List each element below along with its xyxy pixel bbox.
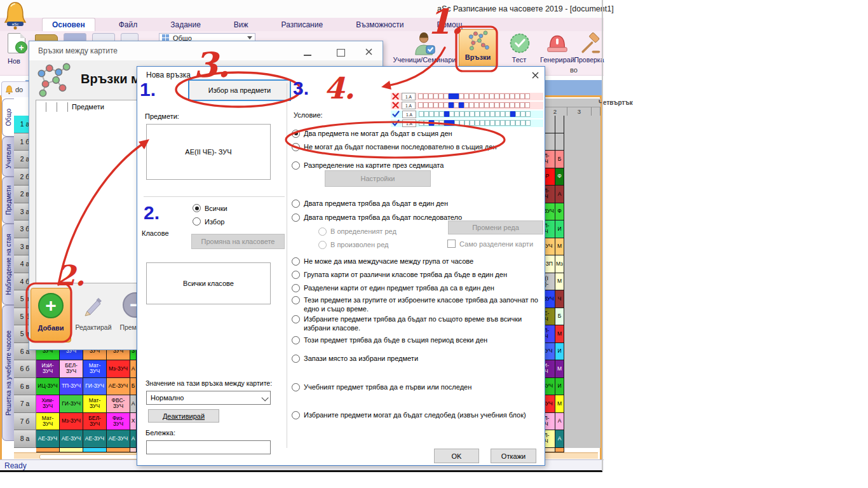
timetable-cell[interactable]: ИЦ-ЗУЧ xyxy=(36,378,60,396)
condition-option[interactable]: Тези предмети за групите от изброените к… xyxy=(292,295,541,314)
timetable-cell-partial[interactable] xyxy=(107,448,130,452)
ok-button[interactable]: OK xyxy=(434,449,479,463)
timetable-cell[interactable]: Мз xyxy=(555,255,564,273)
menu-item-Разписание[interactable]: Разписание xyxy=(272,18,333,31)
row-header[interactable]: 8 а xyxy=(14,430,36,448)
side-tab-Решетка на учебните часове[interactable]: Решетка на учебните часове xyxy=(2,305,14,441)
menu-item-Възможности[interactable]: Възможности xyxy=(346,18,413,31)
timetable-cell[interactable]: Хим-ЗУЧ xyxy=(36,395,60,413)
timetable-cell[interactable]: ГИ-ЗУЧ xyxy=(60,395,83,413)
select-subjects-button[interactable]: Избор на предмети xyxy=(188,79,291,101)
toolbar-links-button[interactable]: Връзки xyxy=(459,29,497,69)
timetable-cell[interactable]: ИзИ-ЗУЧ xyxy=(36,360,60,378)
timetable-cell[interactable]: АЕ-ЗУЧ xyxy=(36,430,60,448)
timetable-cell[interactable]: БЕЛ-ЗУЧ xyxy=(83,413,107,431)
timetable-cell[interactable]: М xyxy=(555,395,564,413)
side-tab-Общо[interactable]: Общо xyxy=(2,98,14,137)
timetable-cell[interactable]: Ф xyxy=(555,168,564,186)
settings-button[interactable]: Настройки xyxy=(325,170,431,187)
condition-option[interactable]: Учебният предмет трябва да е първи или п… xyxy=(292,383,541,391)
timetable-cell[interactable]: АЕ-ЗУЧ xyxy=(107,378,130,396)
toolbar-students-button[interactable] xyxy=(407,32,442,56)
generate-button-label[interactable]: Генерирай xyxy=(538,56,577,64)
condition-option[interactable]: Двата предмета трябва да бъдат в един де… xyxy=(292,199,541,208)
timetable-cell[interactable]: АЕ-ЗУЧ xyxy=(83,430,107,448)
timetable-cell[interactable]: Б xyxy=(555,151,564,168)
timetable-cell[interactable]: Мат-ЗУЧ xyxy=(36,413,60,431)
timetable-cell[interactable]: Физ-ЗУЧ xyxy=(107,413,130,431)
menu-item-Задание[interactable]: Задание xyxy=(161,18,210,31)
note-input[interactable] xyxy=(146,440,271,454)
meaning-select[interactable]: Нормално xyxy=(146,391,271,405)
timetable-cell-partial[interactable] xyxy=(60,448,83,452)
students-button-label[interactable]: Ученици/Семинари xyxy=(393,56,456,64)
timetable-cell-partial[interactable] xyxy=(36,448,60,452)
timetable-cell-partial[interactable] xyxy=(555,448,564,452)
timetable-cell[interactable]: Ч xyxy=(555,290,564,308)
minimize-button[interactable] xyxy=(304,55,311,56)
row-header[interactable]: 7 б xyxy=(14,413,36,431)
verify-button-label[interactable]: Проверка xyxy=(573,56,605,64)
links-dialog-titlebar[interactable]: Връзки между картите xyxy=(29,41,383,60)
timetable-cell[interactable]: АЕ-ЗУЧ xyxy=(60,430,83,448)
condition-option[interactable]: Не може да има междучасие между група от… xyxy=(292,257,541,266)
edit-link-button[interactable]: Редактирай xyxy=(72,288,114,341)
condition-option[interactable]: Избраните предмети могат да бъдат следоб… xyxy=(292,410,541,419)
maximize-button[interactable] xyxy=(337,49,345,57)
timetable-cell[interactable]: М xyxy=(555,360,564,378)
timetable-cell[interactable]: Мз-ЗУЧ xyxy=(107,360,130,378)
only-split-checkbox[interactable]: Само разделени карти xyxy=(447,240,533,248)
menu-item-Основен[interactable]: Основен xyxy=(42,18,95,31)
test-button-label[interactable]: Тест xyxy=(502,56,536,64)
timetable-cell[interactable]: Мат-ЗУЧ xyxy=(83,395,107,413)
timetable-cell[interactable]: М xyxy=(555,273,564,291)
timetable-cell[interactable]: Мз-ЗУЧ xyxy=(60,413,83,431)
condition-option[interactable]: Групата карти от различни класове трябва… xyxy=(292,270,541,279)
subjects-box[interactable]: АЕ(II ЧЕ)- ЗУЧ xyxy=(146,124,271,180)
timetable-cell[interactable]: И xyxy=(555,378,564,396)
toolbar-test-button[interactable] xyxy=(508,32,531,55)
change-classes-button[interactable]: Промяна на класовете xyxy=(191,234,285,249)
condition-option[interactable]: Този предмет трябва да бъде в същия пери… xyxy=(292,336,541,344)
timetable-cell[interactable]: Х xyxy=(130,413,137,431)
timetable-cell[interactable]: АЕ-ЗУЧ xyxy=(107,430,130,448)
timetable-cell-partial[interactable] xyxy=(130,448,137,452)
timetable-cell[interactable]: А xyxy=(555,186,564,203)
timetable-cell-partial[interactable] xyxy=(83,448,107,452)
menu-item-Файл[interactable]: Файл xyxy=(109,18,147,31)
close-icon[interactable] xyxy=(531,71,539,79)
timetable-cell[interactable]: Б xyxy=(130,378,137,396)
timetable-cell[interactable]: ФВС-ЗУЧ xyxy=(107,395,130,413)
timetable-cell[interactable]: Ф xyxy=(555,203,564,221)
condition-option[interactable]: Разпределение на картите през седмицата xyxy=(292,161,541,170)
condition-option[interactable]: Запази място за избрани предмети xyxy=(292,354,541,363)
classes-all-radio[interactable]: Всички xyxy=(193,204,227,212)
close-icon[interactable] xyxy=(365,48,373,56)
side-tab-Учители[interactable]: Учители xyxy=(2,137,14,177)
menu-item-Виж[interactable]: Виж xyxy=(224,18,258,31)
row-header[interactable]: 6 в xyxy=(14,378,36,396)
timetable-cell[interactable]: А xyxy=(130,430,137,448)
timetable-cell[interactable]: Б xyxy=(555,308,564,326)
deactivate-button[interactable]: Деактивирай xyxy=(148,409,219,423)
condition-option[interactable]: Два предмета не могат да бъдат в същия д… xyxy=(292,129,541,138)
add-link-button[interactable]: + Добави xyxy=(31,288,71,342)
timetable-cell[interactable]: А xyxy=(130,395,137,413)
condition-option[interactable]: Не могат да бъдат поставени последовател… xyxy=(292,142,541,151)
row-header[interactable]: 6 б xyxy=(14,360,36,378)
timetable-cell[interactable]: БЕЛ-ЗУЧ xyxy=(60,360,83,378)
side-tab-Наблюдение на стая[interactable]: Наблюдение на стая xyxy=(2,224,14,305)
condition-option[interactable]: Избраните предмети трябва да бъдат по съ… xyxy=(292,315,541,333)
timetable-cell[interactable]: А xyxy=(555,413,564,431)
classes-box[interactable]: Всички класове xyxy=(146,262,271,304)
timetable-cell[interactable] xyxy=(555,116,564,133)
timetable-cell[interactable] xyxy=(555,133,564,151)
timetable-cell[interactable]: Мат-ЗУЧ xyxy=(83,360,107,378)
timetable-cell[interactable]: А xyxy=(130,360,137,378)
timetable-cell[interactable]: М xyxy=(555,325,564,343)
side-tab-Предмети[interactable]: Предмети xyxy=(2,177,14,224)
new-button-label[interactable]: Нов xyxy=(3,57,25,65)
classes-choose-radio[interactable]: Избор xyxy=(193,217,224,226)
condition-option[interactable]: Разделени карти от един предмет трябва д… xyxy=(292,283,541,292)
timetable-cell[interactable]: ТП-ЗУЧ xyxy=(60,378,83,396)
